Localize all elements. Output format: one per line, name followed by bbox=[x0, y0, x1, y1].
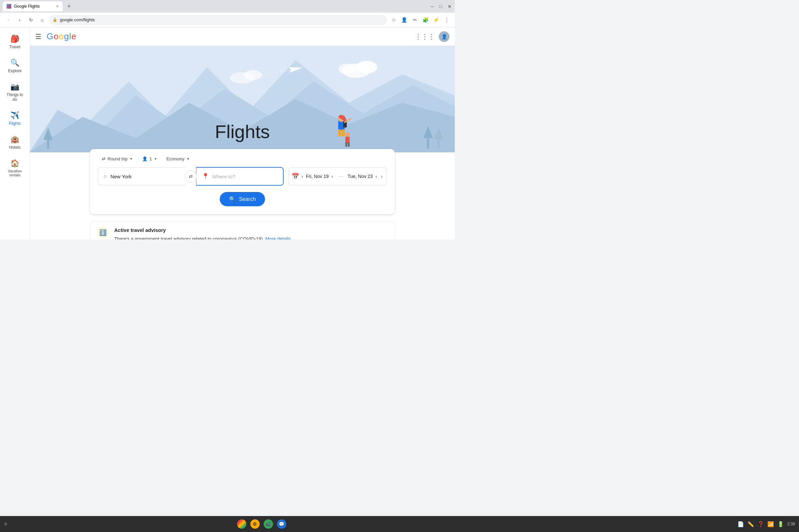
travel-icon: 🎒 bbox=[10, 35, 19, 43]
advisory-more-details-link[interactable]: More details bbox=[265, 236, 291, 240]
close-browser-button[interactable]: ✕ bbox=[447, 4, 452, 9]
hero-section: Flights bbox=[30, 46, 455, 152]
sidebar-item-vacation-rentals[interactable]: 🏠 Vacation rentals bbox=[3, 155, 27, 181]
lock-icon: 🔒 bbox=[53, 18, 57, 22]
browser-controls: ─ □ ✕ bbox=[429, 4, 452, 9]
tab-close-button[interactable]: × bbox=[56, 4, 59, 8]
tab-title: Google Flights bbox=[14, 4, 40, 8]
search-button[interactable]: 🔍 Search bbox=[220, 192, 265, 206]
home-button[interactable]: ⌂ bbox=[38, 16, 47, 24]
search-panel: ⇄ Round trip ▼ 👤 1 ▼ Economy ▼ ○ bbox=[90, 149, 395, 214]
trip-type-arrow: ▼ bbox=[130, 157, 133, 161]
page-layout: 🎒 Travel 🔍 Explore 📷 Things to do ✈️ Fli… bbox=[0, 27, 455, 240]
forward-button[interactable]: › bbox=[15, 16, 24, 24]
search-inputs: ○ ⇄ 📍 📅 ‹ Fri, Nov 19 › — Tue, Nov 23 bbox=[98, 167, 387, 185]
logo-g2: g bbox=[64, 31, 69, 42]
new-tab-button[interactable]: + bbox=[65, 3, 73, 10]
origin-input[interactable] bbox=[111, 174, 180, 179]
date-range-field[interactable]: 📅 ‹ Fri, Nov 19 › — Tue, Nov 23 ‹ › bbox=[289, 167, 387, 185]
address-bar[interactable] bbox=[49, 15, 387, 25]
destination-input[interactable] bbox=[212, 174, 278, 179]
sidebar-item-flights[interactable]: ✈️ Flights bbox=[3, 107, 27, 130]
minimize-button[interactable]: ─ bbox=[429, 4, 435, 9]
logo-o2: o bbox=[59, 31, 63, 42]
browser-chrome: Google Flights × + ─ □ ✕ bbox=[0, 0, 455, 13]
address-bar-wrap: 🔒 bbox=[49, 15, 387, 25]
destination-icon: 📍 bbox=[202, 173, 209, 180]
hotels-icon: 🏨 bbox=[10, 135, 19, 144]
sidebar-item-things-to-do[interactable]: 📷 Things to do bbox=[3, 78, 27, 106]
browser-tab[interactable]: Google Flights × bbox=[3, 1, 62, 11]
sidebar-item-label-travel: Travel bbox=[9, 44, 20, 49]
trip-type-button[interactable]: ⇄ Round trip ▼ bbox=[98, 154, 137, 163]
passengers-button[interactable]: 👤 1 ▼ bbox=[138, 154, 161, 163]
sidebar-item-explore[interactable]: 🔍 Explore bbox=[3, 55, 27, 77]
flights-icon: ✈️ bbox=[10, 111, 19, 120]
advisory-title: Active travel advisory bbox=[114, 227, 291, 234]
reload-button[interactable]: ↻ bbox=[26, 16, 35, 24]
scissors-icon[interactable]: ✂ bbox=[411, 16, 419, 24]
advisory-body: There's a government travel advisory rel… bbox=[114, 236, 264, 240]
advisory-icon: ℹ️ bbox=[97, 227, 109, 239]
svg-point-23 bbox=[356, 61, 377, 74]
depart-date-nav-prev[interactable]: ‹ bbox=[300, 174, 304, 179]
google-bar: ☰ G o o g l e ⋮⋮⋮ 👤 bbox=[30, 27, 455, 46]
advisory-text: Active travel advisory There's a governm… bbox=[114, 227, 291, 240]
passengers-arrow: ▼ bbox=[154, 157, 157, 161]
svg-point-24 bbox=[338, 63, 356, 74]
svg-rect-19 bbox=[345, 137, 350, 143]
sidebar-item-hotels[interactable]: 🏨 Hotels bbox=[3, 131, 27, 154]
sidebar-item-label-explore: Explore bbox=[8, 69, 22, 73]
svg-point-26 bbox=[244, 70, 262, 80]
depart-date-nav-next[interactable]: › bbox=[330, 174, 334, 179]
google-apps-icon[interactable]: ⋮⋮⋮ bbox=[415, 33, 435, 41]
passengers-label: 1 bbox=[149, 156, 152, 162]
svg-rect-6 bbox=[427, 136, 429, 149]
swap-button[interactable]: ⇄ bbox=[185, 170, 197, 182]
swap-icon: ⇄ bbox=[102, 156, 106, 162]
calendar-icon: 📅 bbox=[292, 173, 299, 180]
trip-type-label: Round trip bbox=[108, 156, 128, 162]
logo-e: e bbox=[71, 31, 76, 42]
logo-o1: o bbox=[54, 31, 58, 42]
main-content: ☰ G o o g l e ⋮⋮⋮ 👤 bbox=[30, 27, 455, 240]
svg-rect-16 bbox=[338, 129, 341, 136]
bookmark-icon[interactable]: ☆ bbox=[390, 16, 397, 24]
toolbar-right: ☆ 👤 ✂ 🧩 ⚡ ⋮ bbox=[390, 16, 451, 24]
cabin-class-button[interactable]: Economy ▼ bbox=[163, 154, 194, 163]
search-button-label: Search bbox=[239, 196, 256, 202]
sidebar-item-travel[interactable]: 🎒 Travel bbox=[3, 31, 27, 53]
svg-point-18 bbox=[345, 132, 350, 137]
return-date-nav-next[interactable]: › bbox=[379, 174, 384, 179]
menu-dots-icon[interactable]: ⋮ bbox=[443, 16, 451, 24]
sidebar: 🎒 Travel 🔍 Explore 📷 Things to do ✈️ Fli… bbox=[0, 27, 30, 240]
svg-rect-17 bbox=[342, 129, 345, 136]
profile-icon[interactable]: 👤 bbox=[400, 16, 408, 24]
origin-icon: ○ bbox=[104, 173, 107, 180]
puzzle-icon[interactable]: 🧩 bbox=[422, 16, 429, 24]
search-options: ⇄ Round trip ▼ 👤 1 ▼ Economy ▼ bbox=[98, 154, 387, 163]
svg-rect-20 bbox=[345, 142, 347, 147]
vacation-rentals-icon: 🏠 bbox=[10, 159, 19, 168]
cabin-class-arrow: ▼ bbox=[186, 157, 190, 161]
return-date-label: Tue, Nov 23 bbox=[348, 174, 373, 179]
google-bar-right: ⋮⋮⋮ 👤 bbox=[415, 31, 449, 42]
maximize-button[interactable]: □ bbox=[438, 4, 443, 9]
extension-icon[interactable]: ⚡ bbox=[432, 16, 440, 24]
back-button[interactable]: ‹ bbox=[4, 16, 13, 24]
tab-favicon bbox=[7, 4, 11, 8]
user-avatar[interactable]: 👤 bbox=[439, 31, 449, 42]
origin-field[interactable]: ○ bbox=[98, 167, 185, 185]
depart-date-label: Fri, Nov 19 bbox=[306, 174, 329, 179]
return-date-nav-prev[interactable]: ‹ bbox=[374, 174, 378, 179]
cabin-class-label: Economy bbox=[166, 156, 184, 162]
google-menu-icon[interactable]: ☰ bbox=[35, 33, 41, 41]
destination-field[interactable]: 📍 bbox=[197, 167, 284, 185]
sidebar-item-label-things-to-do: Things to do bbox=[5, 93, 24, 102]
sidebar-item-label-flights: Flights bbox=[9, 121, 21, 126]
date-separator: — bbox=[338, 173, 343, 179]
things-to-do-icon: 📷 bbox=[10, 82, 19, 91]
search-btn-wrap: 🔍 Search bbox=[98, 192, 387, 206]
info-icon: ℹ️ bbox=[99, 229, 107, 236]
logo-g: G bbox=[47, 31, 53, 42]
